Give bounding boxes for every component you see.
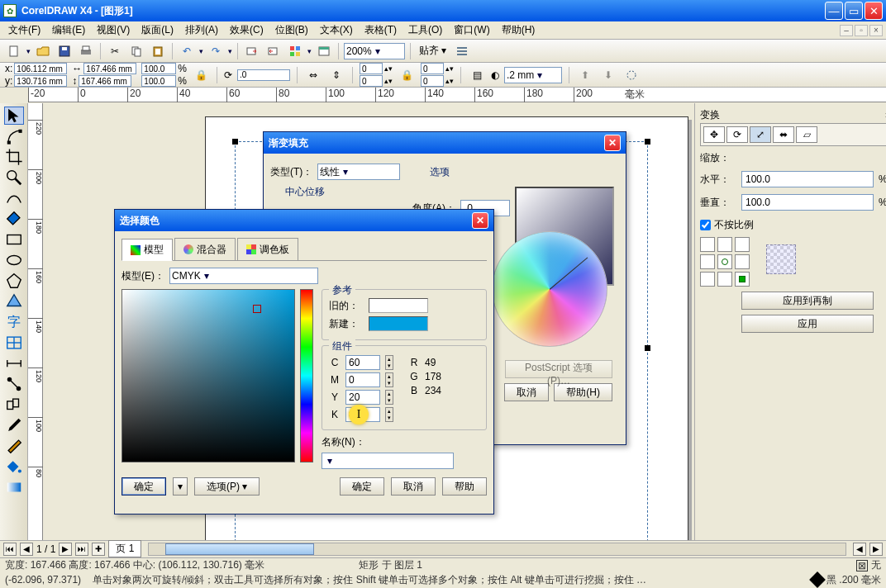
menu-tools[interactable]: 工具(O) — [403, 21, 447, 39]
tab-model[interactable]: 模型 — [121, 239, 173, 261]
scroll-left-icon[interactable]: ◀ — [853, 543, 866, 556]
dimension-tool-icon[interactable] — [4, 354, 24, 372]
connector-tool-icon[interactable] — [4, 375, 24, 393]
spinner[interactable]: ▴▾ — [385, 407, 393, 422]
close-button[interactable]: ✕ — [865, 2, 883, 20]
paste-icon[interactable] — [149, 42, 167, 60]
color-help-button[interactable]: 帮助 — [442, 477, 487, 496]
mirror-v-icon[interactable]: ⇕ — [327, 66, 345, 84]
options-icon[interactable] — [453, 42, 471, 60]
hue-slider[interactable] — [300, 289, 313, 462]
gradient-cancel-button[interactable]: 取消 — [504, 383, 549, 401]
launcher-dropdown-icon[interactable]: ▾ — [307, 47, 312, 55]
to-back-icon[interactable]: ⬇ — [599, 66, 617, 84]
maximize-button[interactable]: ▭ — [845, 2, 863, 20]
tab-mixer[interactable]: 混合器 — [174, 238, 236, 260]
spinner[interactable]: ▴▾ — [385, 390, 393, 405]
import-icon[interactable] — [243, 42, 261, 60]
snap-menu[interactable]: 贴齐 ▾ — [416, 44, 450, 58]
zoom-tool-icon[interactable] — [4, 168, 24, 187]
pos-y-input[interactable] — [14, 75, 67, 87]
menu-bitmap[interactable]: 位图(B) — [270, 21, 313, 39]
tab-skew-icon[interactable]: ▱ — [796, 126, 817, 143]
open-icon[interactable] — [34, 42, 52, 60]
freehand-tool-icon[interactable] — [4, 189, 24, 207]
lock-ratio-icon[interactable]: 🔒 — [192, 66, 210, 84]
mdi-close[interactable]: × — [869, 25, 883, 36]
welcome-icon[interactable] — [315, 42, 333, 60]
color-name-combo[interactable]: ▾ — [322, 453, 454, 469]
shape-tool-icon[interactable] — [4, 127, 24, 145]
pick-tool-icon[interactable] — [4, 107, 24, 125]
table-tool-icon[interactable] — [4, 334, 24, 352]
cmyk-y-input[interactable] — [345, 390, 380, 405]
wrap-text-icon[interactable]: ▤ — [468, 66, 486, 84]
save-icon[interactable] — [55, 42, 74, 60]
app-launcher-icon[interactable] — [286, 42, 304, 60]
convert-curves-icon[interactable] — [622, 66, 641, 84]
page-last-icon[interactable]: ⏭ — [75, 543, 88, 556]
mdi-restore[interactable]: ▫ — [855, 25, 868, 36]
corner-tr-input[interactable] — [421, 63, 444, 74]
blend-tool-icon[interactable] — [4, 396, 24, 414]
rotation-input[interactable] — [237, 69, 290, 81]
apply-duplicate-button[interactable]: 应用到再制 — [741, 292, 874, 310]
redo-dropdown-icon[interactable]: ▾ — [228, 47, 232, 55]
corner-br-input[interactable] — [421, 75, 444, 87]
menu-file[interactable]: 文件(F) — [3, 21, 45, 39]
mirror-h-icon[interactable]: ⇔ — [304, 66, 322, 84]
scale-y-input[interactable] — [141, 75, 176, 87]
menu-edit[interactable]: 编辑(E) — [47, 21, 90, 39]
tab-size-icon[interactable]: ⬌ — [773, 126, 794, 143]
basic-shapes-icon[interactable] — [4, 292, 24, 311]
new-dropdown-icon[interactable]: ▾ — [26, 47, 31, 55]
apply-button[interactable]: 应用 — [741, 315, 874, 333]
menu-text[interactable]: 文本(X) — [315, 21, 358, 39]
corner-lock-icon[interactable]: 🔒 — [398, 66, 416, 84]
menu-effects[interactable]: 效果(C) — [225, 21, 269, 39]
rectangle-tool-icon[interactable] — [4, 230, 24, 249]
ellipse-tool-icon[interactable] — [4, 251, 24, 269]
redo-icon[interactable]: ↷ — [207, 42, 225, 60]
color-cancel-button[interactable]: 取消 — [391, 477, 436, 496]
outline-tool-icon[interactable] — [4, 437, 24, 455]
pos-x-input[interactable] — [14, 63, 67, 74]
width-input[interactable] — [83, 63, 136, 74]
export-icon[interactable] — [264, 42, 283, 60]
to-front-icon[interactable]: ⬆ — [576, 66, 594, 84]
menu-table[interactable]: 表格(T) — [360, 21, 402, 39]
eyedropper-tool-icon[interactable] — [4, 416, 24, 434]
color-ok-dropdown[interactable]: ▾ — [173, 477, 188, 496]
undo-icon[interactable]: ↶ — [178, 42, 196, 60]
corner-bl-input[interactable] — [360, 75, 383, 87]
color-dialog-close[interactable]: ✕ — [472, 212, 488, 229]
spinner[interactable]: ▴▾ — [385, 372, 393, 387]
cut-icon[interactable]: ✂ — [106, 42, 124, 60]
horizontal-scrollbar[interactable] — [148, 543, 846, 556]
scale-x-input[interactable] — [141, 63, 176, 74]
menu-layout[interactable]: 版面(L) — [136, 21, 179, 39]
text-tool-icon[interactable]: 字 — [4, 313, 24, 331]
color-options-button[interactable]: 选项(P) ▾ — [194, 477, 260, 496]
color-add-button[interactable]: 确定 — [340, 477, 384, 496]
cmyk-c-input[interactable] — [345, 355, 380, 370]
corner-tl-input[interactable] — [360, 63, 383, 74]
interactive-fill-icon[interactable] — [4, 478, 24, 496]
keep-ratio-checkbox[interactable] — [700, 220, 711, 230]
menu-view[interactable]: 视图(V) — [92, 21, 135, 39]
tab-scale-icon[interactable]: ⤢ — [750, 126, 771, 143]
crop-tool-icon[interactable] — [4, 148, 24, 166]
scroll-right-icon[interactable]: ▶ — [869, 543, 883, 556]
print-icon[interactable] — [77, 42, 95, 60]
mdi-minimize[interactable]: – — [840, 25, 853, 36]
cmyk-k-input[interactable] — [345, 407, 380, 422]
menu-arrange[interactable]: 排列(A) — [180, 21, 223, 39]
zoom-combo[interactable]: 200%▾ — [344, 43, 405, 59]
minimize-button[interactable]: — — [825, 2, 843, 20]
color-field[interactable] — [121, 289, 295, 462]
page-tab[interactable]: 页 1 — [108, 540, 141, 557]
scale-v-input[interactable] — [741, 194, 874, 211]
copy-icon[interactable] — [127, 42, 145, 60]
new-icon[interactable] — [5, 42, 23, 60]
menu-window[interactable]: 窗口(W) — [449, 21, 494, 39]
